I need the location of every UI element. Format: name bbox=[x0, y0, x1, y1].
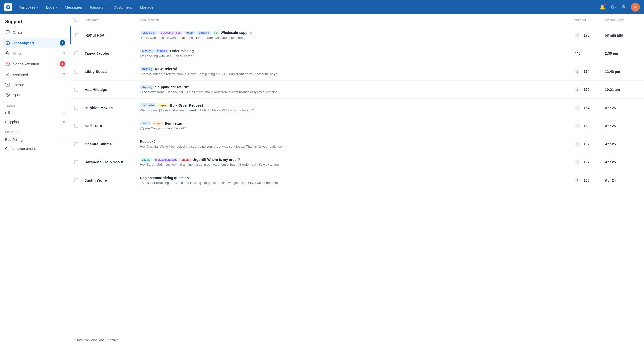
nav-reports[interactable]: Reports ▾ bbox=[87, 4, 109, 11]
table-row[interactable]: Ned Trout returnurgent Item return @josi… bbox=[70, 117, 644, 135]
conversation-tag: 5 hours bbox=[140, 49, 154, 53]
row-checkbox[interactable] bbox=[74, 178, 78, 182]
conversation-tags: Restock? bbox=[140, 140, 575, 144]
number-cell: 2 169 bbox=[575, 123, 605, 129]
archive-icon bbox=[5, 82, 10, 87]
sidebar-nav: Chats Unassigned 7 Mine 9 bbox=[0, 27, 70, 100]
table-row[interactable]: Rahul Roy bulk orderreplacement-sentretu… bbox=[70, 26, 644, 44]
nav-customers[interactable]: Customers bbox=[110, 4, 136, 11]
row-checkbox[interactable] bbox=[74, 142, 78, 146]
number-cell: 2 164 bbox=[575, 105, 605, 111]
message-count-badge: 2 bbox=[575, 69, 580, 74]
sidebar-item-needs-attention[interactable]: Needs Attention 1 bbox=[2, 59, 68, 69]
sidebar-folder-confirmation-emails[interactable]: Confirmation emails bbox=[2, 144, 68, 153]
conversation-preview: Hey Chanita! We will be restocking soon,… bbox=[140, 145, 316, 148]
nav-docs[interactable]: Docs ▾ bbox=[43, 4, 60, 11]
notifications-button[interactable]: 🔔 bbox=[598, 3, 607, 12]
conversation-cell: shipping New Referral There is indeed a … bbox=[140, 64, 575, 79]
message-count-badge: 2 bbox=[575, 123, 580, 129]
table-row[interactable]: Bubbles McGee bulk orderzapier Bulk Orde… bbox=[70, 99, 644, 117]
team-label: Billing bbox=[5, 111, 61, 115]
nav-manage[interactable]: Manage ▾ bbox=[136, 4, 159, 11]
row-checkbox[interactable] bbox=[74, 106, 78, 110]
table-row[interactable]: Justin Wolfe Dog costume sizing question… bbox=[70, 171, 644, 189]
conversation-tag: bulk order bbox=[140, 103, 156, 107]
conversation-preview: @josie Can you check this out? bbox=[140, 126, 316, 130]
mine-count: 9 bbox=[63, 51, 65, 55]
needs-attention-badge: 1 bbox=[60, 61, 65, 67]
table-row[interactable]: Sarah-Mei Help Scout angelareplacement-s… bbox=[70, 153, 644, 171]
customer-name: Bubbles McGee bbox=[85, 106, 140, 110]
nav-mailboxes[interactable]: Mailboxes ▾ bbox=[15, 4, 42, 11]
sidebar: Support Chats Unassigned 7 bbox=[0, 14, 70, 345]
conversation-subject: Shipping for return? bbox=[155, 85, 189, 89]
waiting-since-cell: 58 min ago bbox=[605, 33, 640, 37]
team-count: 2 bbox=[63, 111, 65, 115]
sidebar-item-label: Needs Attention bbox=[13, 62, 57, 66]
row-checkbox[interactable] bbox=[74, 70, 78, 74]
folder-label: Bad Ratings bbox=[5, 137, 61, 142]
sidebar-item-spam[interactable]: Spam bbox=[2, 90, 68, 99]
customer-name: Sarah-Mei Help Scout bbox=[85, 160, 140, 164]
chevron-down-icon: ▾ bbox=[56, 6, 57, 9]
row-checkbox[interactable] bbox=[74, 51, 78, 55]
customer-name: Asa Hildalgo bbox=[85, 87, 140, 92]
sidebar-team-billing[interactable]: Billing 2 bbox=[2, 109, 68, 117]
table-row[interactable]: Tanya Jacobs 5 hoursshipping Order missi… bbox=[70, 44, 644, 62]
folder-label: Confirmation emails bbox=[5, 147, 65, 151]
hand-icon bbox=[5, 51, 10, 56]
notification-badge bbox=[604, 3, 607, 6]
settings-button[interactable]: ⚙ ▾ bbox=[609, 3, 618, 11]
conversation-list: Rahul Roy bulk orderreplacement-sentretu… bbox=[70, 26, 644, 335]
number-cell: 2 162 bbox=[575, 141, 605, 147]
waiting-since-cell: 12:46 pm bbox=[605, 70, 640, 74]
message-count-badge: 2 bbox=[575, 141, 580, 147]
row-checkbox-cell bbox=[75, 33, 85, 37]
conversation-tags: shipping Shipping for return? bbox=[140, 85, 575, 89]
conversation-subject: New Referral bbox=[155, 67, 177, 71]
row-checkbox[interactable] bbox=[74, 88, 78, 92]
folders-section-title: FOLDERS bbox=[0, 127, 70, 135]
assigned-count: 17 bbox=[61, 73, 65, 77]
sidebar-item-assigned[interactable]: Assigned 17 bbox=[2, 70, 68, 79]
conversation-number: 155 bbox=[584, 178, 589, 182]
table-row[interactable]: Libby Souza shipping New Referral There … bbox=[70, 62, 644, 81]
nav-messages[interactable]: Messages bbox=[61, 4, 86, 11]
row-checkbox[interactable] bbox=[74, 160, 78, 164]
waiting-since-cell: 2:30 pm bbox=[605, 51, 640, 55]
sidebar-team-shipping[interactable]: Shipping 5 bbox=[2, 118, 68, 126]
conversation-tag: shipping bbox=[155, 49, 169, 53]
row-checkbox-cell bbox=[74, 124, 85, 128]
app-logo[interactable] bbox=[4, 3, 12, 11]
user-avatar[interactable]: A bbox=[631, 3, 640, 12]
customer-name: Justin Wolfe bbox=[85, 178, 140, 182]
conversation-tag: return bbox=[184, 31, 196, 35]
sidebar-item-label: Unassigned bbox=[13, 41, 57, 45]
conversation-number: 170 bbox=[584, 88, 589, 92]
row-checkbox[interactable] bbox=[74, 124, 78, 128]
number-cell: 445 bbox=[575, 51, 605, 55]
waiting-since-cell: Apr 24 bbox=[605, 178, 640, 182]
sidebar-folder-bad-ratings[interactable]: Bad Ratings 1 bbox=[2, 135, 68, 144]
table-row[interactable]: Asa Hildalgo shipping Shipping for retur… bbox=[70, 81, 644, 99]
person-icon bbox=[5, 72, 10, 77]
conversation-tag: replacement-sent bbox=[158, 31, 183, 35]
sidebar-item-chats[interactable]: Chats bbox=[2, 27, 68, 37]
row-checkbox[interactable] bbox=[75, 33, 79, 37]
table-footer: 9 total conversations | 7 active bbox=[70, 335, 644, 345]
select-all-checkbox[interactable] bbox=[74, 18, 78, 22]
conversation-preview: There is indeed a referral bonus, Libby!… bbox=[140, 72, 316, 76]
sidebar-item-unassigned[interactable]: Unassigned 7 bbox=[2, 38, 68, 48]
sidebar-item-closed[interactable]: Closed bbox=[2, 80, 68, 89]
row-checkbox-cell bbox=[74, 142, 85, 146]
search-button[interactable]: 🔍 bbox=[620, 3, 629, 12]
unassigned-badge: 7 bbox=[60, 40, 65, 46]
table-row[interactable]: Chanita Simms Restock? Hey Chanita! We w… bbox=[70, 135, 644, 153]
conversation-tags: 5 hoursshipping Order missing bbox=[140, 49, 575, 53]
sidebar-item-mine[interactable]: Mine 9 bbox=[2, 49, 68, 58]
conversation-tag: vip bbox=[212, 31, 220, 35]
conversation-subject: Bulk Order Request bbox=[170, 103, 203, 107]
conversation-subject: Restock? bbox=[140, 140, 156, 144]
conversation-tags: Dog costume sizing question bbox=[140, 176, 575, 180]
conversation-number: 445 bbox=[575, 51, 580, 55]
